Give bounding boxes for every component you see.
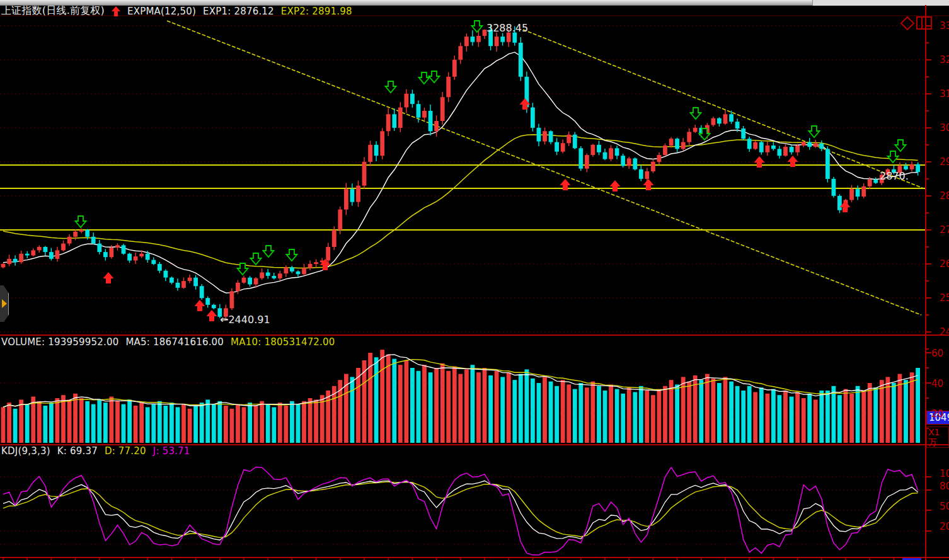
signal-arrows-layer: [76, 21, 906, 321]
kdj-j-line: [3, 467, 918, 555]
volume-ma5-value: MA5: 186741616.00: [125, 336, 224, 348]
main-chart-header: 上证指数(日线.前复权) EXPMA(12,50) EXP1: 2876.12 …: [1, 4, 352, 18]
low-price-label: ←2440.91: [220, 314, 270, 326]
symbol-title: 上证指数(日线.前复权): [1, 4, 105, 18]
red-up-arrow-icon: [112, 6, 120, 16]
kdj-axis-label: 80: [940, 481, 949, 492]
volume-axis-label: 40: [931, 378, 943, 389]
price-axis-label: 3300: [940, 20, 949, 31]
volume-bars-layer: [1, 350, 920, 443]
kdj-axis-label: 100: [940, 468, 949, 479]
trading-app-window: 上证指数(日线.前复权) EXPMA(12,50) EXP1: 2876.12 …: [0, 0, 949, 560]
kdj-d-value: D: 77.20: [105, 445, 146, 457]
price-axis-label: 2600: [940, 258, 949, 270]
volume-header: VOLUME: 193959952.00 MA5: 186741616.00 M…: [1, 336, 335, 348]
indicator-name: EXPMA(12,50): [127, 6, 196, 17]
expand-arrow-icon: [2, 299, 7, 308]
kdj-label: KDJ(9,3,3): [1, 445, 50, 457]
kdj-axis-label: 50: [940, 501, 949, 512]
exp1-value: EXP1: 2876.12: [203, 6, 274, 17]
volume-axis-label: 60: [931, 348, 943, 359]
chart-canvas: [0, 0, 949, 560]
price-axis-label: 2900: [940, 156, 949, 168]
split-window-icon[interactable]: [916, 16, 933, 33]
candles-layer: [1, 25, 920, 320]
exp1-line: [3, 52, 918, 293]
volume-unit-label: X1万: [926, 426, 949, 448]
kdj-k-value: K: 69.37: [57, 445, 98, 457]
exp2-value: EXP2: 2891.98: [281, 6, 352, 17]
price-axis-label: 2700: [940, 224, 949, 236]
volume-ma10-value: MA10: 180531472.00: [231, 336, 335, 348]
volume-axis-label: 20: [931, 408, 943, 420]
kdj-j-value: J: 53.71: [153, 445, 190, 457]
volume-value: VOLUME: 193959952.00: [1, 336, 118, 348]
latest-price-label: 2870.: [880, 170, 909, 182]
price-axis-label: 3100: [940, 88, 949, 100]
diamond-icon[interactable]: [900, 16, 915, 33]
price-axis-label: 3200: [940, 54, 949, 66]
kdj-axis-label: 20: [940, 521, 949, 532]
peak-price-label: 3288.45: [486, 22, 528, 34]
kdj-header: KDJ(9,3,3) K: 69.37 D: 77.20 J: 53.71: [1, 445, 190, 457]
price-axis-label: 3000: [940, 122, 949, 134]
price-axis-label: 2400: [940, 326, 949, 338]
price-axis-label: 2800: [940, 190, 949, 202]
price-axis-label: 2500: [940, 292, 949, 304]
